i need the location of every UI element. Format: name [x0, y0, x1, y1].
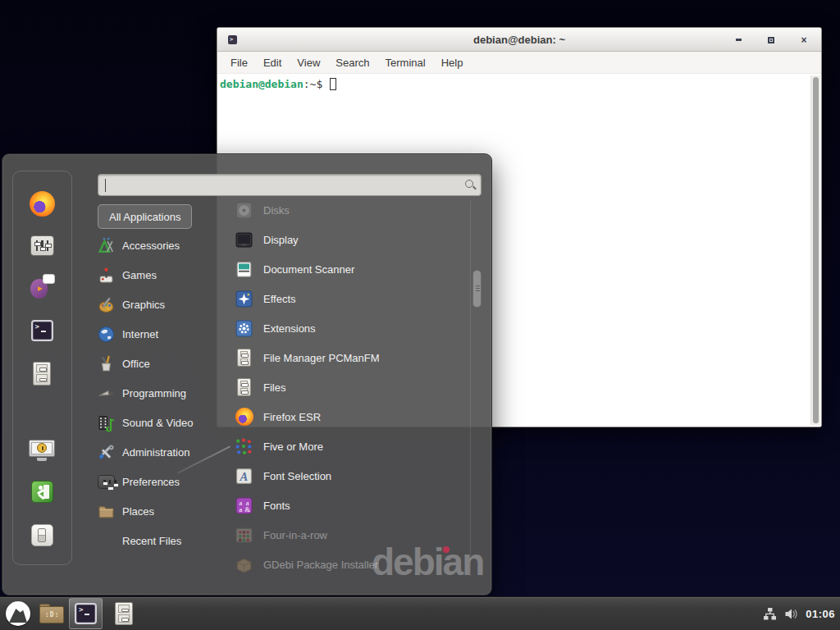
taskbar-terminal-button[interactable] [69, 598, 103, 629]
category-programming[interactable]: Programming [98, 378, 234, 408]
sidebar-firefox-button[interactable] [28, 189, 56, 217]
category-recent-files[interactable]: Recent Files [98, 526, 234, 555]
places-category-icon [98, 503, 115, 520]
office-category-icon [98, 355, 115, 372]
app-firefox-esr[interactable]: Firefox ESR [235, 402, 468, 431]
menu-button[interactable] [0, 598, 36, 629]
menu-view[interactable]: View [293, 54, 324, 71]
shell-prompt: debian@debian:~$ [220, 78, 336, 90]
category-internet[interactable]: Internet [98, 319, 234, 349]
app-disks[interactable]: Disks [235, 195, 468, 225]
app-list-scrollbar[interactable] [470, 201, 482, 577]
prompt-symbol: :~$ [304, 78, 322, 90]
prompt-user-host: debian@debian [220, 78, 304, 90]
category-preferences[interactable]: Preferences [98, 467, 234, 496]
category-administration[interactable]: Administration [98, 437, 234, 467]
menu-search[interactable]: Search [331, 54, 373, 71]
distro-menu-icon [6, 601, 30, 626]
app-files[interactable]: Files [235, 372, 468, 402]
file-manager-icon [235, 349, 253, 368]
category-office[interactable]: Office [98, 349, 234, 378]
menu-edit[interactable]: Edit [259, 54, 285, 71]
network-tray-icon[interactable] [763, 607, 777, 621]
file-cabinet-icon [115, 602, 133, 625]
extensions-icon [235, 319, 253, 338]
terminal-scrollbar-thumb[interactable] [813, 77, 819, 423]
category-games[interactable]: Games [98, 260, 234, 290]
desktop: > debian@debian: ~ × File Edit View Sear… [0, 0, 840, 630]
svg-text:a: a [239, 505, 242, 513]
administration-category-icon [98, 444, 115, 461]
close-button[interactable]: × [798, 34, 810, 46]
minimize-button[interactable] [733, 34, 744, 46]
category-graphics[interactable]: Graphics [98, 290, 234, 319]
application-list: Disks Display Document Scanner Effects [235, 195, 468, 579]
fonts-icon: aaa& [235, 496, 253, 515]
terminal-titlebar[interactable]: > debian@debian: ~ × [217, 28, 821, 52]
terminal-icon [75, 603, 97, 624]
gdebi-icon [235, 555, 253, 574]
document-scanner-icon [235, 260, 253, 279]
sound-video-category-icon [98, 414, 115, 431]
app-gdebi-package-installer[interactable]: GDebi Package Installer [235, 550, 468, 579]
menu-terminal[interactable]: Terminal [381, 54, 430, 71]
app-fonts[interactable]: aaa& Fonts [235, 491, 468, 520]
games-category-icon [98, 267, 115, 284]
system-tray: 01:06 [763, 597, 835, 630]
category-accessories[interactable]: Accessories [98, 231, 234, 260]
maximize-button[interactable] [765, 34, 777, 46]
app-file-manager-pcmanfm[interactable]: File Manager PCManFM [235, 343, 468, 372]
four-in-a-row-icon [235, 526, 253, 545]
search-input[interactable] [98, 174, 482, 196]
volume-tray-icon[interactable] [784, 607, 798, 621]
sidebar-file-manager-button[interactable] [28, 359, 56, 387]
taskbar-files-button[interactable] [107, 598, 140, 629]
app-list-scrollbar-thumb[interactable] [472, 270, 482, 308]
taskbar-file-manager-button[interactable]: :D: [36, 598, 67, 629]
preferences-icon [30, 235, 54, 256]
terminal-icon [31, 320, 53, 341]
text-caret [105, 179, 106, 192]
clock[interactable]: 01:06 [806, 608, 835, 620]
app-document-scanner[interactable]: Document Scanner [235, 254, 468, 284]
display-icon [235, 231, 253, 249]
taskbar: :D: 01:06 [0, 596, 840, 630]
sidebar-pidgin-button[interactable] [28, 272, 56, 300]
terminal-window-icon: > [228, 35, 237, 44]
sidebar-lock-screen-button[interactable] [28, 436, 56, 463]
font-selection-icon: A [235, 467, 253, 486]
application-menu: debian All Applications Accessories [2, 153, 492, 596]
sidebar-terminal-button[interactable] [28, 317, 56, 345]
disks-icon [235, 201, 253, 220]
log-out-icon [31, 481, 53, 503]
firefox-icon [235, 408, 253, 427]
menu-help[interactable]: Help [437, 54, 468, 71]
app-extensions[interactable]: Extensions [235, 313, 468, 343]
sidebar-shut-down-button[interactable] [28, 521, 56, 549]
five-or-more-icon [235, 437, 253, 456]
terminal-scrollbar[interactable] [810, 75, 820, 425]
graphics-category-icon [98, 296, 115, 313]
sidebar-log-out-button[interactable] [28, 477, 56, 505]
folder-icon: :D: [39, 604, 64, 623]
app-effects[interactable]: Effects [235, 284, 468, 313]
recent-files-icon-placeholder [98, 532, 115, 550]
category-sound-video[interactable]: Sound & Video [98, 408, 234, 437]
app-five-or-more[interactable]: Five or More [235, 431, 468, 461]
svg-text:&: & [244, 505, 250, 513]
files-icon [235, 378, 253, 397]
category-places[interactable]: Places [98, 496, 234, 526]
file-cabinet-icon [33, 362, 51, 386]
programming-category-icon [98, 385, 115, 402]
app-four-in-a-row[interactable]: Four-in-a-row [235, 520, 468, 550]
lock-screen-icon [29, 438, 55, 462]
pidgin-icon [30, 274, 55, 299]
app-display[interactable]: Display [235, 225, 468, 254]
shut-down-icon [31, 524, 53, 546]
app-font-selection[interactable]: A Font Selection [235, 461, 468, 491]
firefox-icon [30, 191, 55, 217]
menu-file[interactable]: File [226, 54, 252, 71]
sidebar-preferences-button[interactable] [28, 231, 56, 259]
search-icon [465, 180, 473, 188]
all-applications-button[interactable]: All Applications [98, 204, 192, 229]
